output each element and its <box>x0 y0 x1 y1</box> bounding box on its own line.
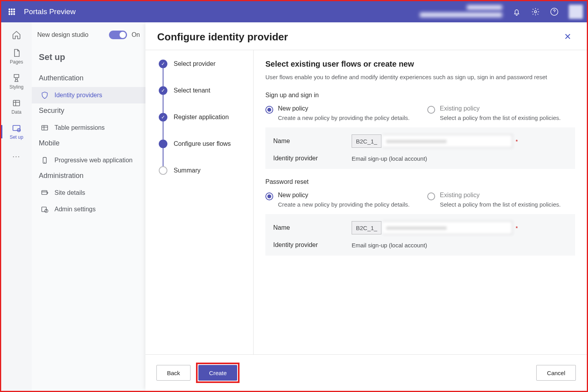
pages-icon <box>12 48 21 58</box>
radio-off-icon <box>427 192 435 200</box>
pwd-policy-block: Name B2C_1_ * Identity provider Email si… <box>265 214 575 256</box>
shield-icon <box>40 91 49 100</box>
nav-pwa[interactable]: Progressive web application <box>32 152 145 169</box>
nav-table-permissions[interactable]: Table permissions <box>32 120 145 136</box>
form-desc: User flows enable you to define and modi… <box>265 73 575 82</box>
pwd-idp-label: Identity provider <box>273 241 352 249</box>
home-icon <box>12 30 21 40</box>
avatar[interactable] <box>569 5 583 19</box>
left-rail: Pages Styling Data Set up ⋯ <box>1 22 32 391</box>
step-configure-user-flows[interactable]: Configure user flows <box>159 140 253 166</box>
phone-icon <box>40 156 49 165</box>
gear-icon[interactable] <box>531 7 540 16</box>
toggle-label: New design studio <box>37 31 89 38</box>
form-area: Select existing user flows or create new… <box>254 50 587 354</box>
setup-icon <box>12 123 21 133</box>
rail-styling[interactable]: Styling <box>1 73 32 90</box>
rail-setup[interactable]: Set up <box>1 123 32 140</box>
signin-section-label: Sign up and sign in <box>265 92 575 99</box>
pwd-existing-policy-option[interactable]: Existing policy Select a policy from the… <box>427 192 575 209</box>
panel-footer: Back Create Cancel <box>145 354 587 391</box>
step-register-app[interactable]: Register application <box>159 113 253 140</box>
back-button[interactable]: Back <box>156 365 191 381</box>
rail-data-label: Data <box>11 109 21 115</box>
group-admin: Administration <box>32 169 145 185</box>
create-button[interactable]: Create <box>198 365 237 381</box>
nav-identity-providers[interactable]: Identity providers <box>32 87 145 103</box>
sidebar: New design studio On Set up Authenticati… <box>32 22 145 391</box>
group-security: Security <box>32 103 145 120</box>
svg-point-9 <box>534 11 537 13</box>
form-heading: Select existing user flows or create new <box>265 60 575 69</box>
nav-admin-settings[interactable]: Admin settings <box>32 201 145 218</box>
svg-point-5 <box>13 11 15 12</box>
design-studio-toggle-row: New design studio On <box>32 22 145 47</box>
nav-site-details[interactable]: Site details <box>32 185 145 201</box>
pwd-name-prefix: B2C_1_ <box>352 221 381 234</box>
svg-point-3 <box>9 11 10 12</box>
svg-rect-11 <box>13 100 20 106</box>
pwd-name-input[interactable] <box>383 221 512 234</box>
nav-pwa-label: Progressive web application <box>54 157 132 164</box>
signin-name-label: Name <box>273 138 352 145</box>
pwd-section-label: Password reset <box>265 178 575 185</box>
rail-styling-label: Styling <box>9 84 24 90</box>
nav-table-permissions-label: Table permissions <box>54 124 105 131</box>
pwd-new-policy-option[interactable]: New policy Create a new policy by provid… <box>265 192 413 209</box>
group-auth: Authentication <box>32 71 145 87</box>
svg-point-8 <box>13 13 15 15</box>
signin-name-prefix: B2C_1_ <box>352 134 381 148</box>
create-button-highlight: Create <box>196 363 240 383</box>
rail-data[interactable]: Data <box>1 98 32 115</box>
signin-policy-block: Name B2C_1_ * Identity provider Email si… <box>265 127 575 169</box>
app-title: Portals Preview <box>24 7 76 16</box>
wizard-steps: Select provider Select tenant Register a… <box>145 50 254 354</box>
step-summary[interactable]: Summary <box>159 166 253 193</box>
signin-existing-policy-option[interactable]: Existing policy Select a policy from the… <box>427 105 575 122</box>
bell-icon[interactable] <box>512 7 521 16</box>
radio-on-icon <box>265 192 273 200</box>
step-select-tenant[interactable]: Select tenant <box>159 86 253 113</box>
rail-pages-label: Pages <box>10 59 23 65</box>
group-mobile: Mobile <box>32 136 145 152</box>
rail-more[interactable]: ⋯ <box>12 152 21 161</box>
svg-rect-16 <box>42 191 47 194</box>
svg-point-2 <box>13 9 15 10</box>
brush-icon <box>12 73 21 83</box>
panel-title: Configure identity provider <box>157 31 288 43</box>
svg-point-4 <box>11 11 12 12</box>
nav-admin-settings-label: Admin settings <box>54 206 96 213</box>
data-icon <box>12 98 21 108</box>
nav-identity-providers-label: Identity providers <box>54 92 102 99</box>
rail-setup-label: Set up <box>10 134 24 140</box>
signin-new-policy-option[interactable]: New policy Create a new policy by provid… <box>265 105 413 122</box>
rail-home[interactable] <box>1 30 32 40</box>
signin-idp-label: Identity provider <box>273 155 352 162</box>
main-panel: Configure identity provider ✕ Select pro… <box>145 22 587 391</box>
nav-site-details-label: Site details <box>54 189 85 196</box>
table-icon <box>40 123 49 132</box>
step-select-provider[interactable]: Select provider <box>159 60 253 86</box>
radio-on-icon <box>265 106 273 114</box>
app-launcher-icon[interactable] <box>5 5 18 18</box>
pwd-name-label: Name <box>273 224 352 231</box>
pwd-idp-value: Email sign-up (local account) <box>352 242 567 249</box>
cancel-button[interactable]: Cancel <box>536 365 576 381</box>
admin-icon <box>40 205 49 214</box>
sidebar-title: Set up <box>32 47 145 71</box>
help-icon[interactable] <box>550 7 559 16</box>
close-icon[interactable]: ✕ <box>560 30 575 44</box>
toggle-state: On <box>132 31 140 38</box>
svg-point-6 <box>9 13 10 15</box>
topbar-right <box>420 5 583 19</box>
svg-point-7 <box>11 13 12 15</box>
radio-off-icon <box>427 106 435 114</box>
design-studio-toggle[interactable] <box>109 31 127 39</box>
svg-point-0 <box>9 9 10 10</box>
signin-idp-value: Email sign-up (local account) <box>352 155 567 162</box>
signin-name-input[interactable] <box>383 134 512 148</box>
topbar: Portals Preview <box>1 1 587 22</box>
svg-rect-14 <box>42 125 48 130</box>
rail-pages[interactable]: Pages <box>1 48 32 65</box>
svg-point-1 <box>11 9 12 10</box>
